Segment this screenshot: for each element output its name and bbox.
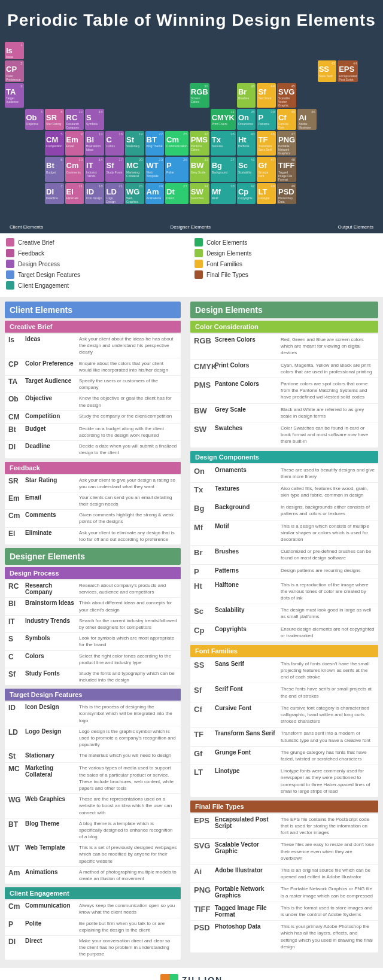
r-name-br: Brushes (215, 548, 281, 555)
design-components-heading: Design Components (190, 451, 378, 463)
empty-cell (125, 109, 144, 130)
r-code-cmyk: CMYK (194, 362, 215, 371)
footer: ZILLION DESIGNS (0, 968, 383, 980)
item-cp: CP Color Preference Enquire about the co… (5, 358, 181, 376)
empty-cell (318, 109, 337, 130)
item-name-id: Icon Design (25, 704, 79, 710)
client-elements-heading: Client Elements (5, 302, 181, 318)
item-code-di: DI (8, 443, 25, 451)
legend-label-design-process: Design Process (18, 261, 60, 267)
item-code-polite: P (8, 920, 25, 929)
r-name-tiff: Tagged Image File Format (215, 905, 281, 918)
item-desc-st: The materials which you will need to des… (79, 752, 177, 759)
r-desc-sw: Color Swatches can be found in card or b… (281, 425, 375, 445)
item-desc-direct: Make your conversation direct and clear … (79, 938, 177, 958)
r-name-rgb: Screen Colors (215, 336, 281, 343)
empty-cell (237, 42, 256, 59)
r-code-ht: Ht (194, 582, 215, 591)
r-code-ss: SS (194, 661, 215, 669)
r-desc-pms: Pantone colors are spot colors that come… (281, 381, 375, 401)
r-desc-mf: This is a design which consists of multi… (281, 523, 375, 543)
cell-cm-comm: 25CmCommunication (165, 131, 189, 156)
item-code-cm: CM (8, 413, 25, 421)
r-desc-ai: This is an original source file which ca… (281, 867, 375, 880)
r-code-br: Br (194, 548, 215, 557)
brand-name: ZILLION DESIGNS (182, 975, 223, 980)
item-tf: TF Transform Sans Serif Transform sans s… (190, 728, 378, 746)
cell-tf: 46TFTransform Sans Serif (257, 131, 276, 156)
empty-cell (277, 42, 296, 59)
empty-cell (318, 157, 337, 181)
r-code-eps: EPS (194, 816, 215, 825)
r-name-tf: Transform Sans Serif (215, 730, 281, 736)
cell-cm2: 10CmComments (65, 157, 84, 181)
empty-cell (190, 60, 209, 81)
item-psd: PSD Photoshop Data This is your primary … (190, 921, 378, 952)
design-elements-heading: Design Elements (190, 302, 378, 318)
item-el: El Eliminate Ask your client to eliminat… (5, 528, 181, 544)
item-code-st: St (8, 752, 25, 760)
r-desc-ht: This is a reproduction of the image wher… (281, 582, 375, 602)
legend-col-left: Creative Brief Feedback Design Process T… (6, 238, 189, 292)
cell-bw: 33BWGrey Scale (190, 157, 209, 181)
cell-eps: 44EPSEncapsulated Post Script (338, 60, 358, 81)
item-desc-el: Ask your client to eliminate any design … (79, 529, 177, 543)
r-code-mf: Mf (194, 523, 215, 532)
cell-p-pat: 39PPatterns (257, 109, 276, 130)
empty-cell (105, 83, 124, 108)
r-desc-sc: The design must look good in large as we… (281, 607, 375, 620)
cell-c: 16CColors (105, 131, 124, 156)
item-am: Am Animations A method of photographing … (5, 867, 181, 884)
empty-cell (318, 83, 337, 108)
item-code-cp: CP (8, 360, 25, 369)
empty-cell (105, 42, 124, 59)
r-code-tiff: TIFF (194, 905, 215, 914)
empty-cell (359, 109, 378, 130)
r-code-sf-font: Sf (194, 686, 215, 695)
empty-cell (359, 131, 378, 156)
item-desc-cm: Study the company or the client/competit… (79, 413, 177, 419)
item-name-cp: Color Preference (25, 360, 79, 367)
item-name-mc: Marketing Collateral (25, 765, 79, 778)
empty-cell (297, 183, 317, 204)
empty-cell (25, 131, 44, 156)
item-desc-bt: Decide on a budget along with the client… (79, 425, 177, 439)
color-consideration-heading: Color Consideration (190, 321, 378, 333)
empty-cell (145, 83, 165, 108)
creative-brief-heading: Creative Brief (5, 321, 181, 333)
page-title: Periodic Table of Winning Design Element… (6, 11, 377, 30)
item-desc-cp: Enquire about the colors that your clien… (79, 360, 177, 373)
r-name-ss: Sans Serif (215, 661, 281, 667)
empty-cell (190, 109, 209, 130)
item-desc-id: This is the process of designing the ico… (79, 704, 177, 724)
r-name-svg: Scalable Vector Graphic (215, 841, 281, 854)
empty-cell (125, 42, 144, 59)
periodic-table-section: 1IsIdeas 2CPColor Preference (0, 38, 383, 233)
legend-final-file: Final File Types (194, 270, 377, 279)
item-code-sr: SR (8, 477, 25, 485)
r-code-svg: SVG (194, 841, 215, 850)
client-engagement-heading: Client Engagement (5, 887, 181, 899)
item-name-ob: Objective (25, 395, 79, 401)
empty-cell (338, 183, 358, 204)
item-tiff: TIFF Tagged Image File Format This is th… (190, 902, 378, 921)
legend-section: Creative Brief Feedback Design Process T… (0, 233, 383, 297)
cell-pms: 32PMSPantone Colors (190, 131, 209, 156)
legend-label-feedback: Feedback (18, 250, 44, 257)
item-eps: EPS Encapsulated Post Script The EPS fil… (190, 814, 378, 839)
item-name-st: Stationary (25, 752, 79, 759)
item-c: C Colors Select the right color tones ac… (5, 651, 181, 668)
r-desc-tx: Also called fills, features like wood, g… (281, 485, 375, 498)
font-families-heading: Font Families (190, 645, 378, 657)
legend-label-font-fam: Font Families (206, 261, 242, 267)
empty-cell (237, 60, 256, 81)
cell-bg: 37BgBackground (211, 157, 236, 181)
item-st: St Stationary The materials which you wi… (5, 750, 181, 763)
empty-cell (338, 42, 358, 59)
item-sr: SR Star Rating Ask your client to give y… (5, 475, 181, 492)
legend-client: Client Elements (10, 224, 43, 230)
empty-cell (297, 42, 317, 59)
item-rgb: RGB Screen Colors Red, Green and Blue ar… (190, 334, 378, 360)
item-name-em: Email (25, 494, 79, 501)
feedback-heading: Feedback (5, 462, 181, 474)
